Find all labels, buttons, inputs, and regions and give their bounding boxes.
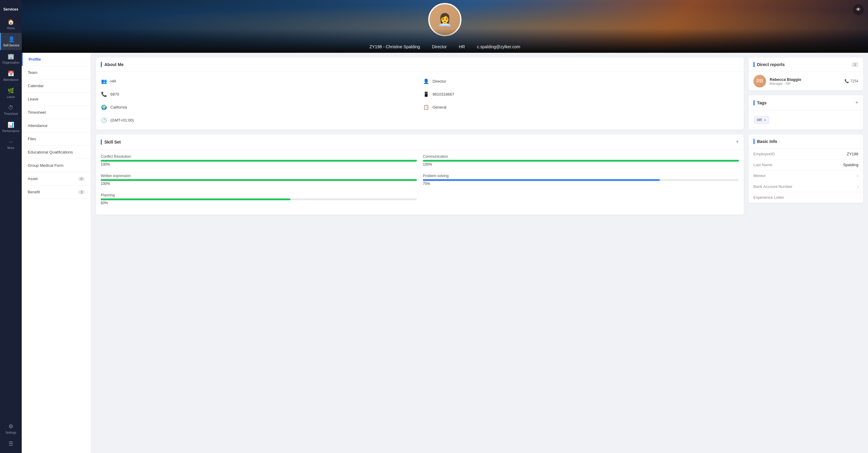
skill-bar-bg — [423, 179, 739, 181]
benefit-badge: 3 — [78, 190, 85, 194]
basic-info-label: Last Name — [753, 162, 772, 167]
left-nav-item-files[interactable]: Files — [22, 132, 91, 146]
employee-department: HR — [459, 44, 465, 49]
timesheet-icon: ⏱ — [8, 104, 13, 111]
skill-bar — [101, 160, 417, 162]
about-me-header: About Me — [96, 58, 744, 72]
basic-info-rows: EmployeeID ZY198 Last Name Spalding Ment… — [749, 149, 863, 203]
skill-bar-bg — [101, 179, 417, 181]
left-nav-item-attendance[interactable]: Attendance — [22, 119, 91, 132]
skill-label: Conflict Resolution — [101, 154, 417, 159]
sidebar-item-home[interactable]: 🏠 Home — [0, 16, 22, 33]
main-panels: About Me 👥 HR 👤 Director — [91, 53, 868, 453]
skill-label: Planning — [101, 193, 417, 197]
sidebar-item-home-label: Home — [7, 27, 15, 30]
skill-item: Problem solving 75% — [423, 174, 739, 186]
about-me-section-bar — [101, 62, 102, 67]
add-skill-button[interactable]: + — [736, 139, 739, 145]
direct-reports-bar — [753, 62, 754, 67]
sidebar-item-more-label: More — [7, 146, 14, 150]
left-nav-item-group-medical[interactable]: Group Medical Form — [22, 159, 91, 172]
basic-info-bar — [753, 139, 754, 144]
about-item-phone: 📞 6870 — [101, 90, 417, 99]
basic-info-value: - — [857, 174, 858, 178]
sidebar-item-organization[interactable]: 🏢 Organization — [0, 50, 22, 67]
header-email: c.spalding@zylker.com — [477, 44, 520, 49]
report-phone: 📞 7254 — [844, 79, 858, 83]
basic-info-row: Last Name Spalding — [749, 159, 863, 171]
employee-role: Director — [432, 44, 447, 49]
header-info: ZY198 - Christine Spalding Director HR c… — [369, 44, 520, 49]
about-location-value: California — [111, 105, 127, 110]
skill-grid: Conflict Resolution 100% Communication 1… — [101, 154, 739, 210]
left-nav: Profile Team Calendar Leave Timesheet At… — [22, 53, 91, 453]
skill-bar-bg — [101, 160, 417, 162]
left-nav-item-asset[interactable]: Asset 0 — [22, 172, 91, 185]
report-phone-number: 7254 — [850, 79, 858, 83]
sidebar-item-performance-label: Performance — [2, 129, 19, 133]
skill-label: Communication — [423, 154, 739, 159]
about-role-value: Director — [433, 79, 446, 84]
direct-reports-card: Direct reports 1 RB Rebecca Biaggio Mana… — [749, 58, 863, 90]
basic-info-row: Experience Letter — [749, 192, 863, 203]
sidebar-item-leave[interactable]: 🌿 Leave — [0, 85, 22, 102]
left-nav-item-profile[interactable]: Profile — [22, 53, 91, 66]
banner-silhouette — [22, 29, 868, 53]
skill-set-card: Skill Set + Conflict Resolution 100% Com… — [96, 134, 744, 215]
about-item-department: 👥 HR — [101, 77, 417, 86]
remove-tag-button[interactable]: × — [764, 118, 766, 122]
add-tag-button[interactable]: + — [855, 99, 858, 106]
center-panel: About Me 👥 HR 👤 Director — [96, 58, 744, 448]
tags-title: Tags — [757, 100, 852, 105]
basic-info-label: Mentor — [753, 174, 766, 178]
skill-bar — [101, 179, 417, 181]
left-nav-item-educational[interactable]: Educational Qualifications — [22, 146, 91, 159]
sidebar-item-attendance[interactable]: 📅 Attendance — [0, 67, 22, 85]
left-nav-item-calendar[interactable]: Calendar — [22, 79, 91, 93]
sidebar-item-more[interactable]: ··· More — [0, 136, 22, 153]
left-nav-item-team[interactable]: Team — [22, 66, 91, 79]
report-role: Manager - HR — [770, 82, 841, 85]
header-role: Director — [432, 44, 447, 49]
sidebar-item-performance[interactable]: 📊 Performance — [0, 119, 22, 136]
department-icon: 👥 — [101, 79, 107, 84]
sidebar-item-settings-label: Settings — [5, 431, 16, 434]
employee-email: c.spalding@zylker.com — [477, 44, 520, 49]
home-icon: 🏠 — [7, 19, 14, 25]
skill-item: Planning 60% — [101, 193, 417, 205]
about-item-type: 📋 General — [423, 102, 739, 112]
phone-icon: 📞 — [101, 91, 107, 97]
direct-reports-title: Direct reports — [757, 62, 849, 67]
basic-info-card: Basic Info EmployeeID ZY198 Last Name Sp… — [749, 134, 863, 203]
sidebar-item-timesheet[interactable]: ⏱ Timesheet — [0, 102, 22, 119]
about-type-value: General — [433, 105, 446, 110]
about-me-body: 👥 HR 👤 Director 📞 6870 — [96, 72, 744, 130]
about-item-mobile: 📱 9810316667 — [423, 90, 739, 99]
skill-label: Problem solving — [423, 174, 739, 178]
basic-info-label: EmployeeID — [753, 152, 775, 156]
report-info: Rebecca Biaggio Manager - HR — [770, 77, 841, 85]
employee-id-name: ZY198 - Christine Spalding — [369, 44, 420, 49]
sidebar-item-settings[interactable]: ⚙ Settings — [0, 420, 22, 437]
sidebar-services-label: Services — [2, 3, 19, 16]
visibility-icon[interactable]: 👁 — [853, 4, 864, 15]
about-item-role: 👤 Director — [423, 77, 739, 86]
about-timezone-value: (GMT+01:00) — [111, 118, 134, 122]
asset-badge: 0 — [78, 177, 85, 181]
left-nav-item-benefit[interactable]: Benefit 3 — [22, 185, 91, 199]
left-nav-item-leave[interactable]: Leave — [22, 93, 91, 106]
basic-info-label: Experience Letter — [753, 195, 784, 200]
basic-info-header: Basic Info — [749, 134, 863, 149]
skill-bar — [423, 160, 739, 162]
report-name: Rebecca Biaggio — [770, 77, 841, 82]
skill-pct: 100% — [101, 182, 417, 186]
sidebar-item-menu[interactable]: ☰ — [0, 437, 22, 450]
skill-bar — [423, 179, 660, 181]
sidebar-item-self-service-label: Self-Service — [3, 44, 20, 47]
menu-icon: ☰ — [8, 440, 13, 447]
sidebar-item-self-service[interactable]: 👤 Self-Service — [0, 33, 22, 50]
more-icon: ··· — [8, 139, 13, 145]
left-nav-item-timesheet[interactable]: Timesheet — [22, 106, 91, 119]
self-service-icon: 👤 — [8, 36, 15, 42]
direct-reports-header: Direct reports 1 — [749, 58, 863, 72]
